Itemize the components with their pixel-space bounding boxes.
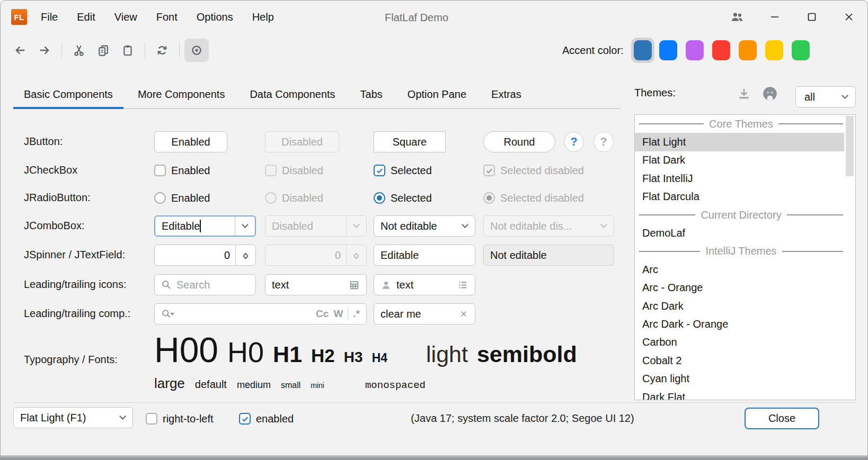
table-calendar-icon[interactable] [349,279,360,291]
accent-swatch-yellow[interactable] [764,38,785,63]
theme-item-arc-dark-orange[interactable]: Arc Dark - Orange [635,315,844,333]
menu-list-icon[interactable] [457,279,468,291]
spinner-value[interactable]: 0 [155,249,235,261]
checkbox-selected[interactable]: Selected [374,163,432,178]
menu-help[interactable]: Help [252,11,274,23]
menu-view[interactable]: View [114,11,137,23]
clear-x-icon[interactable] [459,309,468,319]
search-with-dropdown-icon[interactable] [161,309,174,319]
themes-filter-combobox[interactable]: all [795,86,856,107]
theme-item-flat-intellij[interactable]: Flat IntelliJ [635,169,844,187]
jbutton-round[interactable]: Round [483,131,555,152]
theme-item-dark-flat[interactable]: Dark Flat [635,388,844,400]
close-window-button[interactable] [830,1,867,33]
themes-scrollbar-thumb[interactable] [846,116,854,176]
minimize-button[interactable] [756,1,793,33]
theme-item-demolaf[interactable]: DemoLaf [635,224,844,242]
spinner-buttons[interactable] [235,245,255,265]
combobox-value: Editable [155,220,235,232]
minimize-icon [769,12,780,22]
accent-color-chooser: Accent color: [562,37,817,64]
theme-item-arc-orange[interactable]: Arc - Orange [635,279,844,297]
right-to-left-checkbox[interactable]: right-to-left [146,411,214,426]
download-themes-button[interactable] [737,87,751,101]
show-hidden-toggle-button[interactable] [184,39,209,62]
theme-item-flat-dark[interactable]: Flat Dark [635,151,844,169]
match-case-toggle[interactable]: Cc [316,308,329,320]
text-field-with-person[interactable]: text [374,274,475,295]
spinner[interactable]: 0 [154,245,256,266]
menu-font[interactable]: Font [156,11,178,23]
menu-file[interactable]: File [41,11,58,23]
close-button[interactable]: Close [745,408,819,429]
tab-tabs[interactable]: Tabs [350,81,393,108]
chevron-down-icon[interactable] [112,408,132,428]
maximize-button[interactable] [793,1,830,33]
chevron-down-icon[interactable] [455,216,475,236]
theme-item-cobalt-2[interactable]: Cobalt 2 [635,351,844,369]
users-icon[interactable] [721,1,753,33]
theme-item-cyan-light[interactable]: Cyan light [635,369,844,387]
checkbox-label: enabled [256,413,294,425]
theme-item-arc-dark[interactable]: Arc Dark [635,297,844,315]
field-separator [348,308,348,320]
regex-toggle[interactable]: .* [353,308,360,320]
combobox-editable[interactable]: Editable [154,215,256,237]
tab-basic-components[interactable]: Basic Components [13,81,123,108]
refresh-button[interactable] [150,39,174,62]
radio-selected[interactable]: Selected [374,191,432,205]
checkbox-icon [146,413,157,425]
enabled-checkbox[interactable]: enabled [239,411,294,426]
clearable-text-field[interactable]: clear me [374,303,475,324]
chevron-down-icon[interactable] [235,217,255,236]
search-field[interactable]: Search [154,274,256,295]
flatlaf-logo-icon: FL [11,9,27,25]
accent-swatch-orange[interactable] [737,38,758,63]
textfield-value: text [272,279,344,291]
tab-data-components[interactable]: Data Components [239,81,346,108]
accent-swatch-green[interactable] [790,38,811,63]
paste-clipboard-icon [121,44,134,57]
tab-extras[interactable]: Extras [481,81,532,108]
accent-swatch-blue[interactable] [658,38,679,63]
radio-label: Disabled [282,192,323,204]
laf-combobox[interactable]: Flat Light (F1) [13,407,133,428]
forward-button[interactable] [32,39,57,62]
typography-headings: H00 H0 H1 H2 H3 H4 light semibold [154,330,577,370]
theme-item-flat-darcula[interactable]: Flat Darcula [635,188,844,206]
tab-option-pane[interactable]: Option Pane [397,81,477,108]
text-field-with-calendar[interactable]: text [265,274,367,295]
title-bar: FL File Edit View Font Options Help Flat… [1,1,867,33]
jbutton-enabled[interactable]: Enabled [154,131,227,152]
search-field-with-options[interactable]: Cc W .* [154,303,367,324]
menu-edit[interactable]: Edit [77,11,95,23]
combobox-value: Not editable dis... [484,220,594,232]
theme-item-arc[interactable]: Arc [635,260,844,278]
whole-word-toggle[interactable]: W [333,308,343,320]
jbutton-square[interactable]: Square [374,131,446,152]
toolbar [8,35,209,65]
menu-options[interactable]: Options [197,11,233,23]
jbutton-help-enabled[interactable]: ? [564,132,584,152]
combobox-not-editable[interactable]: Not editable [374,215,475,237]
github-button[interactable] [761,85,778,102]
theme-item-flat-light[interactable]: Flat Light [635,133,844,151]
accent-swatch-default[interactable] [631,38,654,63]
jbutton-help-disabled: ? [594,132,614,152]
checkbox-checked-icon [483,165,495,176]
paste-button[interactable] [116,39,140,62]
back-button[interactable] [8,39,32,62]
cut-button[interactable] [67,39,91,62]
copy-button[interactable] [91,39,116,62]
accent-swatch-red[interactable] [711,38,732,63]
textfield-editable[interactable]: Editable [374,245,475,266]
back-arrow-icon [14,44,26,57]
radio-enabled[interactable]: Enabled [154,191,210,205]
tab-more-components[interactable]: More Components [127,81,236,108]
checkbox-icon [265,165,277,176]
accent-swatch-purple[interactable] [684,38,705,63]
theme-item-carbon[interactable]: Carbon [635,333,844,351]
window-bottom-edge[interactable] [1,455,867,459]
radio-disabled: Disabled [265,191,323,205]
checkbox-enabled[interactable]: Enabled [154,163,210,178]
